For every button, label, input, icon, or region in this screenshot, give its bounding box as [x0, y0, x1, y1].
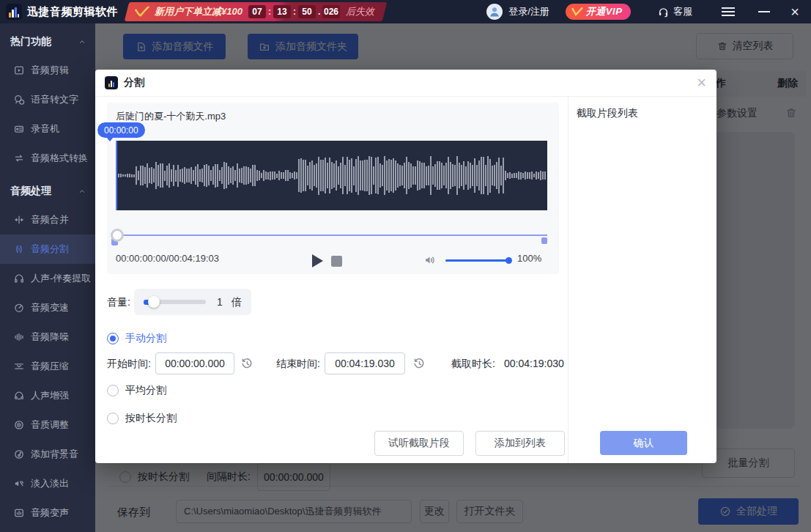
- seek-handle[interactable]: [111, 229, 124, 242]
- average-split-label: 平均分割: [125, 384, 166, 397]
- login-register-link[interactable]: 登录/注册: [508, 5, 549, 18]
- support-button[interactable]: 客服: [657, 5, 692, 18]
- duration-split-label: 按时长分割: [125, 412, 177, 425]
- chevron-up-icon[interactable]: [78, 187, 86, 196]
- sidebar-item-label: 淡入淡出: [31, 477, 69, 490]
- recorder-icon: [13, 123, 25, 135]
- end-history-icon[interactable]: [412, 357, 426, 370]
- promo-text: 新用户下单立减¥100: [155, 5, 242, 18]
- speaker-icon[interactable]: [423, 254, 437, 267]
- sidebar-section-title: 热门功能: [10, 35, 78, 48]
- sidebar-item-voice-change[interactable]: 音频变声: [0, 498, 95, 528]
- sidebar-item-audio-cut[interactable]: 音频剪辑: [0, 56, 95, 85]
- sidebar-item-label: 音频合并: [31, 213, 69, 226]
- sidebar-item-recorder[interactable]: 录音机: [0, 114, 95, 144]
- gain-slider-handle[interactable]: [148, 296, 160, 308]
- confirm-label: 确认: [634, 437, 654, 450]
- menu-icon[interactable]: [722, 7, 735, 16]
- speech-to-text-icon: [13, 94, 25, 106]
- playhead-line[interactable]: [116, 141, 117, 210]
- sidebar-item-label: 音频剪辑: [31, 64, 69, 77]
- trim-end-marker[interactable]: [541, 237, 547, 244]
- sidebar-item-vocal-enhance[interactable]: 人声增强: [0, 381, 95, 410]
- add-to-list-button[interactable]: 添加到列表: [475, 431, 565, 456]
- countdown-separator: .: [318, 7, 320, 17]
- waveform[interactable]: [116, 141, 547, 210]
- sidebar-section-header[interactable]: 热门功能: [0, 23, 95, 56]
- countdown-minutes: 13: [273, 5, 291, 18]
- add-to-list-label: 添加到列表: [495, 437, 546, 450]
- minimize-icon[interactable]: [758, 11, 770, 12]
- audio-compress-icon: [13, 361, 25, 372]
- stop-button[interactable]: [331, 256, 342, 267]
- end-time-label: 结束时间:: [276, 358, 320, 371]
- bg-music-icon: [13, 448, 25, 460]
- dialog-close-icon[interactable]: ×: [697, 73, 706, 93]
- audio-cut-icon: [13, 64, 25, 76]
- sidebar-item-speech-to-text[interactable]: 语音转文字: [0, 85, 95, 114]
- gain-value-unit: 倍: [232, 296, 242, 308]
- audio-file-name: 后陡门的夏-十个勤天.mp3: [116, 110, 226, 123]
- volume-slider-handle[interactable]: [506, 257, 512, 264]
- split-dialog: 分割 × 后陡门的夏-十个勤天.mp3 00:00:00 00:00:00:00…: [95, 70, 716, 463]
- confirm-button[interactable]: 确认: [600, 431, 687, 455]
- manual-split-radio[interactable]: 手动分割: [107, 332, 166, 345]
- sidebar-item-format-convert[interactable]: 音频格式转换: [0, 144, 95, 173]
- segment-list-title: 截取片段列表: [577, 107, 638, 120]
- gain-value-number: 1: [217, 296, 223, 308]
- volume-percent: 100%: [517, 253, 541, 264]
- app-logo-icon: [6, 4, 22, 20]
- volume-slider[interactable]: [445, 259, 510, 262]
- play-button[interactable]: [312, 254, 323, 267]
- time-display: 00:00:00:00/00:04:19:03: [116, 253, 219, 264]
- sidebar-item-audio-split[interactable]: 音频分割: [0, 234, 95, 264]
- end-time-input[interactable]: [325, 352, 405, 374]
- vip-label: 开通VIP: [586, 5, 622, 18]
- gain-slider-box: 1 倍: [134, 289, 251, 315]
- duration-split-radio[interactable]: 按时长分割: [107, 412, 177, 425]
- sidebar-item-label: 录音机: [31, 122, 59, 136]
- sidebar-section-header[interactable]: 音频处理: [0, 173, 95, 205]
- app-title: 迅捷音频剪辑软件: [27, 5, 118, 19]
- start-history-icon[interactable]: [240, 357, 253, 370]
- seek-track[interactable]: [116, 234, 547, 236]
- sidebar-item-bg-music[interactable]: 添加背景音: [0, 440, 95, 469]
- vip-button[interactable]: 开通VIP: [566, 4, 631, 20]
- gain-value: 1 倍: [217, 296, 242, 309]
- start-time-input[interactable]: [155, 352, 234, 374]
- countdown-millis: 026: [322, 5, 340, 18]
- fade-icon: [13, 478, 25, 489]
- support-label: 客服: [673, 5, 692, 18]
- chevron-up-icon[interactable]: [78, 37, 86, 46]
- promo-banner[interactable]: 新用户下单立减¥100 07 : 13 : 50 . 026 后失效: [125, 2, 388, 21]
- clip-duration-value: 00:04:19:030: [504, 358, 564, 369]
- audio-denoise-icon: [13, 331, 25, 343]
- radio-selected-icon[interactable]: [107, 333, 119, 344]
- countdown-hours: 07: [248, 5, 266, 18]
- sidebar-item-audio-denoise[interactable]: 音频降噪: [0, 322, 95, 352]
- headset-icon: [657, 6, 670, 18]
- radio-icon[interactable]: [107, 413, 119, 424]
- sidebar-item-label: 人声-伴奏提取: [31, 272, 91, 285]
- manual-split-label: 手动分割: [125, 332, 166, 345]
- segment-list-panel: 截取片段列表 确认: [568, 96, 717, 463]
- sidebar-item-fade[interactable]: 淡入淡出: [0, 469, 95, 498]
- sidebar-item-label: 音频格式转换: [31, 152, 88, 165]
- gain-label: 音量:: [107, 296, 130, 309]
- avatar[interactable]: [486, 4, 503, 20]
- sidebar-item-audio-merge[interactable]: 音频合并: [0, 205, 95, 234]
- vocal-enhance-icon: [13, 390, 25, 402]
- average-split-radio[interactable]: 平均分割: [107, 384, 166, 397]
- sidebar-item-vocal-extract[interactable]: 人声-伴奏提取: [0, 264, 95, 293]
- promo-v-icon: [134, 6, 150, 18]
- audio-speed-icon: [13, 302, 25, 314]
- gain-slider-track[interactable]: [156, 300, 206, 304]
- sidebar-item-quality-adjust[interactable]: 音质调整: [0, 410, 95, 440]
- sidebar-item-audio-compress[interactable]: 音频压缩: [0, 352, 95, 381]
- preview-clip-button[interactable]: 试听截取片段: [374, 431, 464, 456]
- sidebar-item-label: 音频分割: [31, 243, 69, 256]
- radio-icon[interactable]: [107, 385, 119, 396]
- sidebar-item-audio-speed[interactable]: 音频变速: [0, 293, 95, 322]
- sidebar-item-label: 人声增强: [31, 389, 69, 402]
- close-window-icon[interactable]: ×: [790, 4, 799, 19]
